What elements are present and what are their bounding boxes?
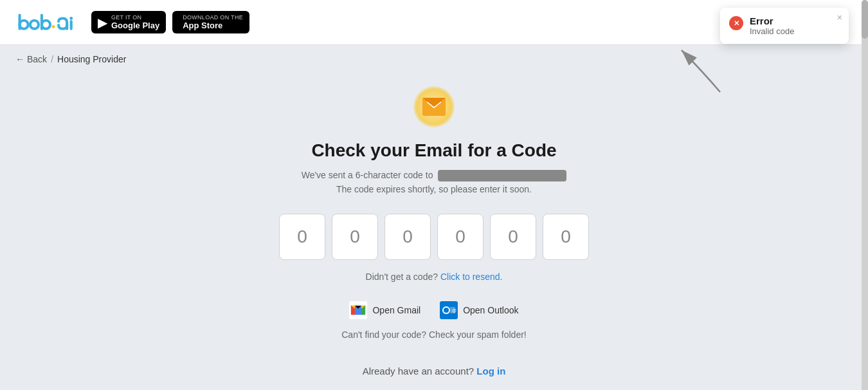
code-input-6[interactable] xyxy=(543,214,589,260)
resend-text: Didn't get a code? Click to resend. xyxy=(366,272,503,282)
main-content: Check your Email for a Code We've sent a… xyxy=(0,73,868,390)
svg-point-1 xyxy=(30,20,39,28)
email-icon-wrapper xyxy=(413,86,455,127)
code-input-4[interactable] xyxy=(437,214,484,260)
error-close-button[interactable]: × xyxy=(837,13,842,22)
svg-point-3 xyxy=(51,25,55,28)
spam-text: Can't find your code? Check your spam fo… xyxy=(341,330,527,340)
code-input-5[interactable] xyxy=(490,214,536,260)
subtitle: We've sent a 6-character code to xyxy=(302,170,567,181)
code-inputs xyxy=(279,214,589,260)
scrollbar-thumb[interactable] xyxy=(862,0,868,39)
back-arrow-icon: ← xyxy=(15,54,24,64)
email-clients: Open Gmail @ Open Outlook xyxy=(349,301,518,319)
breadcrumb-separator: / xyxy=(51,54,53,64)
logo-image xyxy=(15,10,73,35)
back-button[interactable]: ← Back xyxy=(15,54,47,64)
google-play-badge[interactable]: ▶ GET IT ON Google Play xyxy=(91,11,166,34)
email-redacted xyxy=(438,170,566,181)
svg-point-11 xyxy=(444,308,449,313)
code-input-2[interactable] xyxy=(332,214,378,260)
error-subtitle: Invalid code xyxy=(750,26,794,36)
error-notification: × Error Invalid code xyxy=(720,8,849,44)
gmail-label: Open Gmail xyxy=(372,305,420,315)
login-line: Already have an account? Log in xyxy=(363,366,506,376)
svg-point-2 xyxy=(42,20,50,28)
open-outlook-button[interactable]: @ Open Outlook xyxy=(440,301,518,319)
error-icon xyxy=(729,16,743,30)
subtitle2: The code expires shortly, so please ente… xyxy=(336,184,532,194)
scrollbar[interactable] xyxy=(862,0,868,390)
gmail-icon xyxy=(349,301,367,319)
google-play-text: GET IT ON Google Play xyxy=(111,14,159,31)
error-title: Error xyxy=(750,15,794,26)
app-store-badge[interactable]: Download on the App Store xyxy=(172,11,249,34)
login-link[interactable]: Log in xyxy=(476,366,505,376)
app-badges: ▶ GET IT ON Google Play Download on the … xyxy=(91,11,249,34)
outlook-icon: @ xyxy=(440,301,458,319)
code-input-1[interactable] xyxy=(279,214,325,260)
code-input-3[interactable] xyxy=(384,214,431,260)
outlook-label: Open Outlook xyxy=(463,305,518,315)
logo xyxy=(15,10,73,35)
svg-point-0 xyxy=(20,20,28,28)
google-play-icon: ▶ xyxy=(98,15,107,30)
open-gmail-button[interactable]: Open Gmail xyxy=(349,301,420,319)
envelope-icon xyxy=(427,102,441,112)
error-text-block: Error Invalid code xyxy=(750,15,794,36)
breadcrumb: ← Back / Housing Provider xyxy=(0,45,868,73)
resend-link[interactable]: Click to resend. xyxy=(440,272,502,282)
svg-text:@: @ xyxy=(452,308,457,313)
page-title: Check your Email for a Code xyxy=(311,140,556,161)
email-icon xyxy=(422,98,446,116)
svg-point-4 xyxy=(69,17,73,20)
breadcrumb-current: Housing Provider xyxy=(57,54,126,64)
app-store-text: Download on the App Store xyxy=(183,14,243,31)
